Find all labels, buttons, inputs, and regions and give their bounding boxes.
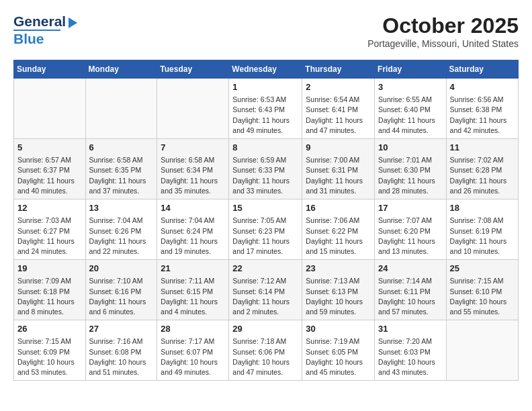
calendar-cell: 5Sunrise: 6:57 AM Sunset: 6:37 PM Daylig… [14,139,86,199]
day-number: 31 [378,323,443,335]
day-info: Sunrise: 6:58 AM Sunset: 6:35 PM Dayligh… [89,155,154,196]
calendar-cell: 1Sunrise: 6:53 AM Sunset: 6:43 PM Daylig… [229,79,302,139]
calendar-cell: 12Sunrise: 7:03 AM Sunset: 6:27 PM Dayli… [14,199,86,260]
calendar-table: SundayMondayTuesdayWednesdayThursdayFrid… [13,60,519,381]
day-number: 10 [378,142,443,154]
calendar-week-row: 12Sunrise: 7:03 AM Sunset: 6:27 PM Dayli… [14,199,519,260]
weekday-header-monday: Monday [85,60,157,79]
calendar-cell: 25Sunrise: 7:15 AM Sunset: 6:10 PM Dayli… [446,260,518,320]
day-info: Sunrise: 6:58 AM Sunset: 6:34 PM Dayligh… [161,155,225,196]
day-info: Sunrise: 6:54 AM Sunset: 6:41 PM Dayligh… [306,95,371,136]
calendar-cell: 10Sunrise: 7:01 AM Sunset: 6:30 PM Dayli… [375,139,447,199]
day-number: 26 [17,323,82,335]
day-info: Sunrise: 7:14 AM Sunset: 6:11 PM Dayligh… [378,276,443,317]
day-number: 27 [89,323,154,335]
calendar-cell [85,79,157,139]
day-info: Sunrise: 6:53 AM Sunset: 6:43 PM Dayligh… [232,95,298,136]
day-number: 28 [161,323,225,335]
day-info: Sunrise: 7:13 AM Sunset: 6:13 PM Dayligh… [306,276,371,317]
day-info: Sunrise: 7:15 AM Sunset: 6:10 PM Dayligh… [450,276,515,317]
weekday-header-thursday: Thursday [302,60,375,79]
day-info: Sunrise: 7:10 AM Sunset: 6:16 PM Dayligh… [89,276,154,317]
weekday-header-friday: Friday [375,60,447,79]
calendar-cell: 26Sunrise: 7:15 AM Sunset: 6:09 PM Dayli… [14,320,86,381]
day-number: 13 [89,202,154,214]
calendar-cell: 2Sunrise: 6:54 AM Sunset: 6:41 PM Daylig… [302,79,375,139]
calendar-cell: 31Sunrise: 7:20 AM Sunset: 6:03 PM Dayli… [375,320,447,381]
day-info: Sunrise: 6:55 AM Sunset: 6:40 PM Dayligh… [378,95,443,136]
weekday-header-row: SundayMondayTuesdayWednesdayThursdayFrid… [14,60,519,79]
day-info: Sunrise: 7:20 AM Sunset: 6:03 PM Dayligh… [378,336,443,377]
weekday-header-tuesday: Tuesday [157,60,229,79]
calendar-cell: 16Sunrise: 7:06 AM Sunset: 6:22 PM Dayli… [302,199,375,260]
day-info: Sunrise: 7:02 AM Sunset: 6:28 PM Dayligh… [450,155,515,196]
calendar-week-row: 5Sunrise: 6:57 AM Sunset: 6:37 PM Daylig… [14,139,519,199]
page-header: General Blue October 2025 Portageville, … [13,13,519,49]
day-number: 18 [450,202,515,214]
day-number: 3 [378,81,443,93]
weekday-header-sunday: Sunday [14,60,86,79]
calendar-cell: 6Sunrise: 6:58 AM Sunset: 6:35 PM Daylig… [85,139,157,199]
day-number: 9 [306,142,371,154]
calendar-cell: 29Sunrise: 7:18 AM Sunset: 6:06 PM Dayli… [229,320,302,381]
day-number: 4 [450,81,515,93]
day-number: 11 [450,142,515,154]
calendar-cell: 13Sunrise: 7:04 AM Sunset: 6:26 PM Dayli… [85,199,157,260]
calendar-cell: 22Sunrise: 7:12 AM Sunset: 6:14 PM Dayli… [229,260,302,320]
day-info: Sunrise: 7:00 AM Sunset: 6:31 PM Dayligh… [306,155,371,196]
calendar-cell: 11Sunrise: 7:02 AM Sunset: 6:28 PM Dayli… [446,139,518,199]
calendar-cell: 27Sunrise: 7:16 AM Sunset: 6:08 PM Dayli… [85,320,157,381]
calendar-cell: 18Sunrise: 7:08 AM Sunset: 6:19 PM Dayli… [446,199,518,260]
calendar-cell: 30Sunrise: 7:19 AM Sunset: 6:05 PM Dayli… [302,320,375,381]
day-number: 8 [232,142,298,154]
day-info: Sunrise: 7:19 AM Sunset: 6:05 PM Dayligh… [306,336,371,377]
calendar-cell: 21Sunrise: 7:11 AM Sunset: 6:15 PM Dayli… [157,260,229,320]
day-number: 5 [17,142,82,154]
calendar-cell: 20Sunrise: 7:10 AM Sunset: 6:16 PM Dayli… [85,260,157,320]
day-info: Sunrise: 7:16 AM Sunset: 6:08 PM Dayligh… [89,336,154,377]
day-number: 2 [306,81,371,93]
day-number: 30 [306,323,371,335]
calendar-cell [157,79,229,139]
title-block: October 2025 Portageville, Missouri, Uni… [367,13,519,49]
calendar-cell [446,320,518,381]
day-number: 15 [232,202,298,214]
day-info: Sunrise: 6:57 AM Sunset: 6:37 PM Dayligh… [17,155,82,196]
day-info: Sunrise: 6:59 AM Sunset: 6:33 PM Dayligh… [232,155,298,196]
day-number: 17 [378,202,443,214]
location: Portageville, Missouri, United States [367,38,519,49]
day-number: 7 [161,142,225,154]
day-info: Sunrise: 7:04 AM Sunset: 6:24 PM Dayligh… [161,216,225,257]
calendar-cell: 15Sunrise: 7:05 AM Sunset: 6:23 PM Dayli… [229,199,302,260]
calendar-cell: 28Sunrise: 7:17 AM Sunset: 6:07 PM Dayli… [157,320,229,381]
calendar-cell: 7Sunrise: 6:58 AM Sunset: 6:34 PM Daylig… [157,139,229,199]
calendar-cell: 8Sunrise: 6:59 AM Sunset: 6:33 PM Daylig… [229,139,302,199]
day-info: Sunrise: 7:05 AM Sunset: 6:23 PM Dayligh… [232,216,298,257]
calendar-cell: 3Sunrise: 6:55 AM Sunset: 6:40 PM Daylig… [375,79,447,139]
day-number: 12 [17,202,82,214]
day-info: Sunrise: 7:07 AM Sunset: 6:20 PM Dayligh… [378,216,443,257]
day-info: Sunrise: 7:11 AM Sunset: 6:15 PM Dayligh… [161,276,225,317]
day-number: 29 [232,323,298,335]
weekday-header-saturday: Saturday [446,60,518,79]
calendar-cell: 9Sunrise: 7:00 AM Sunset: 6:31 PM Daylig… [302,139,375,199]
calendar-cell: 24Sunrise: 7:14 AM Sunset: 6:11 PM Dayli… [375,260,447,320]
day-number: 23 [306,263,371,275]
calendar-cell: 4Sunrise: 6:56 AM Sunset: 6:38 PM Daylig… [446,79,518,139]
day-number: 20 [89,263,154,275]
weekday-header-wednesday: Wednesday [229,60,302,79]
day-info: Sunrise: 7:01 AM Sunset: 6:30 PM Dayligh… [378,155,443,196]
calendar-week-row: 19Sunrise: 7:09 AM Sunset: 6:18 PM Dayli… [14,260,519,320]
day-info: Sunrise: 7:12 AM Sunset: 6:14 PM Dayligh… [232,276,298,317]
day-info: Sunrise: 7:15 AM Sunset: 6:09 PM Dayligh… [17,336,82,377]
day-info: Sunrise: 7:18 AM Sunset: 6:06 PM Dayligh… [232,336,298,377]
day-number: 14 [161,202,225,214]
calendar-cell: 19Sunrise: 7:09 AM Sunset: 6:18 PM Dayli… [14,260,86,320]
day-number: 6 [89,142,154,154]
calendar-cell: 23Sunrise: 7:13 AM Sunset: 6:13 PM Dayli… [302,260,375,320]
day-info: Sunrise: 7:08 AM Sunset: 6:19 PM Dayligh… [450,216,515,257]
calendar-cell: 17Sunrise: 7:07 AM Sunset: 6:20 PM Dayli… [375,199,447,260]
calendar-cell [14,79,86,139]
day-number: 16 [306,202,371,214]
day-info: Sunrise: 7:04 AM Sunset: 6:26 PM Dayligh… [89,216,154,257]
